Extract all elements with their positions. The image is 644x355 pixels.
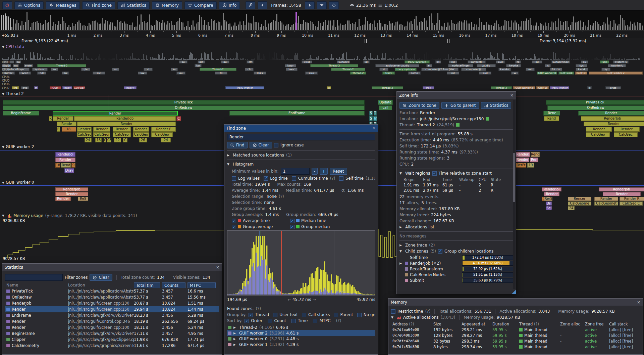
thread-header[interactable]: ▼Thread-2: [2, 91, 26, 96]
find-zone-button[interactable]: Find zone: [82, 1, 115, 9]
child-zone-row[interactable]: CalcRenderNodes51.51 μs (1.15%): [399, 272, 513, 277]
cpu-zone[interactable]: kw: [138, 72, 147, 75]
column-header[interactable]: Call stack: [609, 322, 639, 326]
timeline-zone[interactable]: S: [369, 116, 373, 121]
cpu-zone[interactable]: su: [62, 72, 69, 75]
timeline-zone[interactable]: Render: [77, 122, 176, 126]
help-icon[interactable]: (?): [256, 306, 261, 311]
cpu-zone[interactable]: system_: [32, 68, 48, 71]
timeline-zone[interactable]: Rencer: [568, 197, 591, 201]
cpu-zone[interactable]: GUIF w: [536, 86, 548, 89]
cpu-zone[interactable]: GUIF work: [558, 72, 574, 75]
cpu-zone[interactable]: rot: [449, 60, 457, 63]
series-checkbox[interactable]: ✓: [232, 219, 236, 223]
go-to-parent-button[interactable]: Go to parent: [441, 102, 479, 109]
column-header[interactable]: Size: [433, 322, 462, 326]
timeline-zone[interactable]: RerFt: [516, 163, 526, 168]
options-button[interactable]: Options: [14, 1, 44, 9]
option-checkbox[interactable]: ✓: [249, 313, 253, 317]
statistics-row[interactable]: Clipperjni/../jni/src/claw/gfx/geo/Clipp…: [5, 337, 219, 343]
free-callstack-link[interactable]: [free]: [622, 345, 633, 349]
clear-button[interactable]: Clear: [250, 142, 272, 148]
close-icon[interactable]: ×: [637, 300, 640, 305]
statistics-row[interactable]: OnRedrawjni/../jni/src/claw/application/…: [5, 294, 219, 300]
timeline-zone[interactable]: Rende: [57, 122, 77, 126]
column-header[interactable]: MTPC: [187, 282, 216, 288]
cpu-zone[interactable]: gle: [81, 68, 90, 71]
timeline-zone[interactable]: Render: [594, 197, 618, 201]
timeline-zone[interactable]: S: [369, 111, 373, 116]
zone-group-row[interactable]: ▶Thread-2(4,105)6.46 s: [227, 324, 375, 330]
frame-markers[interactable]: Frame 3,193 (22.45 ms)Frame 3,194 (13.92…: [0, 38, 644, 44]
help-icon[interactable]: (?): [425, 309, 431, 314]
timeline-zone[interactable]: 26: [139, 138, 147, 142]
timeline-zone[interactable]: RenderJob: [74, 116, 176, 121]
timeline-zone[interactable]: Render: [544, 192, 559, 196]
cpu-zone[interactable]: au: [221, 60, 229, 63]
statistics-row[interactable]: EndFramejni/../jni/src/claw/gfx/drv/vk/D…: [5, 312, 219, 318]
cpu-zone[interactable]: su: [179, 60, 187, 63]
column-header[interactable]: Zone alloc: [560, 322, 585, 326]
active-allocations-toggle[interactable]: ▼ Active allocations (3,043) Memory usag…: [391, 315, 640, 320]
timeline-zone[interactable]: C: [123, 138, 127, 142]
timeline-zone[interactable]: PrivateTick: [3, 100, 365, 105]
cpu-zone[interactable]: tracy: [382, 72, 394, 75]
cpu-zone[interactable]: Tracy: [62, 86, 72, 89]
cpu-zone[interactable]: surfacet: [337, 60, 350, 63]
option-checkbox[interactable]: [273, 313, 277, 317]
cpu-zone[interactable]: kwo: [305, 72, 317, 75]
cpu-zone[interactable]: Tracy Profiler: [225, 86, 264, 89]
timeline-zone[interactable]: Render: [93, 127, 110, 132]
matched-source-locations-toggle[interactable]: ▶ Matched source locations (1): [227, 153, 375, 158]
cpu-zone[interactable]: cfr: [247, 60, 254, 63]
cpu-zone[interactable]: fd: [215, 72, 227, 75]
timeline-zone[interactable]: Rend: [61, 163, 71, 168]
reset-button[interactable]: Reset: [330, 168, 347, 175]
bin-minus-button[interactable]: -: [312, 168, 318, 175]
timeline-zone[interactable]: CalcGeo: [586, 132, 610, 137]
cpu-zone[interactable]: cfr: [245, 68, 254, 71]
min-bin-input[interactable]: [281, 168, 310, 175]
option-checkbox[interactable]: [292, 176, 296, 181]
cpu-zone[interactable]: /audio: [477, 64, 496, 67]
timeline-zone[interactable]: call: [379, 105, 392, 110]
timeline-zone[interactable]: RerS: [544, 197, 552, 201]
timeline-zone[interactable]: Render: [55, 197, 71, 201]
source-location[interactable]: jni/../jni/src/guif/Screen.cpp:150: [420, 117, 484, 121]
cpu-zone[interactable]: surfaceflinger: [448, 64, 473, 67]
histogram-plot[interactable]: 1 ms10 ms: [227, 230, 375, 296]
cpu-zone[interactable]: w: [511, 72, 518, 75]
timeline-zone[interactable]: RenderJob: [55, 187, 88, 191]
time-relative-checkbox[interactable]: ✓: [432, 171, 437, 176]
timeline-zone[interactable]: C: [176, 116, 181, 121]
cpu-zone[interactable]: fot_col: [550, 68, 562, 71]
compare-button[interactable]: Compare: [184, 1, 217, 9]
scrollbar-thumb[interactable]: [513, 153, 515, 202]
memory-titlebar[interactable]: Memory ×: [388, 299, 643, 306]
child-zones-toggle[interactable]: ▼ Child zones (5) ✓ Group children locat…: [399, 249, 513, 254]
statistics-row[interactable]: CalcGeometryjni/../jni/src/claw/graphics…: [5, 343, 219, 349]
cpu-zone[interactable]: Thread-2: [372, 86, 403, 89]
cpu-zone[interactable]: GUIF: [50, 86, 61, 89]
cpu-zone[interactable]: system_s: [613, 60, 629, 63]
zone-trace-toggle[interactable]: ▶Zone trace(2): [399, 243, 513, 248]
alloc-callstack-link[interactable]: [alloc]: [609, 339, 621, 344]
cpu-zone[interactable]: gl: [363, 60, 370, 63]
column-header[interactable]: Location: [68, 283, 134, 287]
close-icon[interactable]: ×: [372, 126, 376, 131]
allocation-row[interactable]: 0x7dfc42d64032 bytes298.3 ms59.95 sMain …: [391, 338, 640, 344]
cpu-zone[interactable]: sys: [21, 86, 29, 89]
column-header[interactable]: Total tim: [134, 282, 160, 288]
info-button[interactable]: Info: [219, 1, 240, 9]
cpu-zone[interactable]: l: [587, 86, 592, 89]
statistics-button[interactable]: Statistics: [481, 102, 512, 109]
free-callstack-link[interactable]: [free]: [622, 333, 633, 338]
child-zone-row[interactable]: RecalcTransform72.92 μs (1.62%): [399, 266, 513, 272]
resize-grip[interactable]: [512, 290, 516, 294]
statistics-row[interactable]: Renderjni/../jni/src/guif/Screen.cpp:100…: [5, 324, 219, 330]
timeline-zone[interactable]: Render: [578, 111, 644, 116]
prev-frame-button[interactable]: [258, 1, 267, 9]
scrollbar[interactable]: [513, 100, 516, 289]
bin-plus-button[interactable]: +: [320, 168, 328, 175]
statistics-button[interactable]: Statistics: [117, 1, 150, 9]
